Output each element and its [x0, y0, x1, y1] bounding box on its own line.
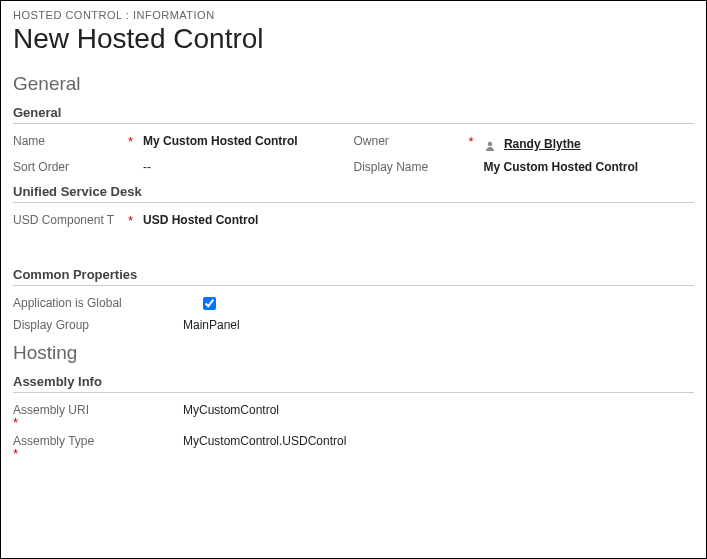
- required-marker: *: [468, 134, 473, 149]
- subsection-common-properties: Common Properties: [13, 267, 694, 286]
- breadcrumb: HOSTED CONTROL : INFORMATION: [13, 9, 694, 21]
- label-assembly-type: Assembly Type *: [13, 434, 183, 461]
- value-assembly-type[interactable]: MyCustomControl.USDControl: [183, 434, 346, 461]
- section-hosting: Hosting: [13, 342, 694, 364]
- required-marker: *: [13, 415, 171, 430]
- person-icon: [484, 138, 496, 150]
- label-name-text: Name: [13, 134, 45, 148]
- subsection-general: General: [13, 105, 694, 124]
- checkbox-app-global[interactable]: [203, 297, 216, 310]
- value-display-group[interactable]: MainPanel: [183, 318, 240, 332]
- required-marker: *: [128, 213, 133, 228]
- label-assembly-type-text: Assembly Type: [13, 434, 94, 448]
- label-assembly-uri: Assembly URI *: [13, 403, 183, 430]
- label-assembly-uri-text: Assembly URI: [13, 403, 89, 417]
- label-owner-text: Owner: [354, 134, 389, 148]
- label-display-name: Display Name: [354, 160, 484, 174]
- owner-cell: Randy Blythe: [484, 134, 581, 152]
- value-sort-order[interactable]: --: [143, 160, 151, 174]
- label-sort-order: Sort Order: [13, 160, 143, 174]
- label-usd-component-type: USD Component T *: [13, 213, 143, 227]
- required-marker: *: [13, 446, 171, 461]
- label-owner: Owner *: [354, 134, 484, 152]
- value-name[interactable]: My Custom Hosted Control: [143, 134, 298, 152]
- section-general: General: [13, 73, 694, 95]
- subsection-usd: Unified Service Desk: [13, 184, 694, 203]
- label-usd-component-type-text: USD Component T: [13, 213, 114, 227]
- required-marker: *: [128, 134, 133, 149]
- label-name: Name *: [13, 134, 143, 152]
- value-display-name[interactable]: My Custom Hosted Control: [484, 160, 639, 174]
- owner-link[interactable]: Randy Blythe: [504, 137, 581, 151]
- page-title: New Hosted Control: [13, 23, 694, 55]
- value-usd-component-type[interactable]: USD Hosted Control: [143, 213, 258, 227]
- subsection-assembly-info: Assembly Info: [13, 374, 694, 393]
- value-assembly-uri[interactable]: MyCustomControl: [183, 403, 279, 430]
- label-app-global: Application is Global: [13, 296, 183, 310]
- svg-point-0: [487, 142, 491, 146]
- label-display-group: Display Group: [13, 318, 183, 332]
